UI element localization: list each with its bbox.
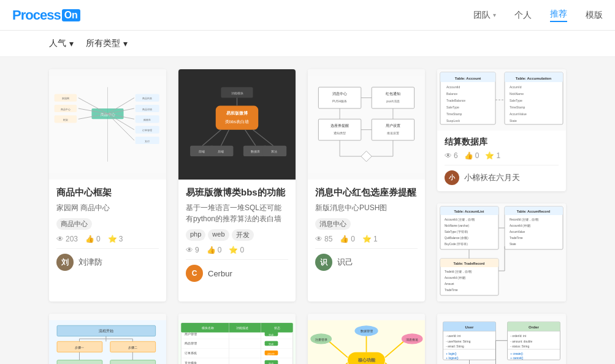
card-stats-1: 👁 203 👍 0 ⭐ 3 bbox=[56, 235, 159, 243]
star-icon: ⭐ bbox=[485, 151, 494, 160]
svg-text:Amount: Amount bbox=[445, 282, 454, 286]
card-title-1: 商品中心框架 bbox=[56, 187, 159, 199]
svg-text:TradeTime: TradeTime bbox=[445, 289, 458, 292]
svg-text:核心功能: 核心功能 bbox=[357, 357, 376, 363]
eye-icon: 👁 bbox=[315, 235, 323, 243]
svg-text:商品管理: 商品管理 bbox=[185, 341, 197, 345]
popularity-filter[interactable]: 人气 ▾ bbox=[49, 38, 74, 49]
logo[interactable]: ProcessOn bbox=[12, 7, 80, 23]
nav-team[interactable]: 团队 ▾ bbox=[473, 10, 496, 21]
card-subtitle-3: 新版消息中心PUSH图 bbox=[315, 202, 418, 213]
views-count: 85 bbox=[324, 235, 332, 243]
nav-recommend-label: 推荐 bbox=[550, 9, 567, 20]
svg-rect-51 bbox=[372, 87, 414, 108]
likes-count: 0 bbox=[475, 151, 479, 160]
svg-text:模块名称: 模块名称 bbox=[202, 326, 214, 330]
svg-text:前端: 前端 bbox=[199, 150, 205, 153]
likes-stat: 👍 0 bbox=[464, 151, 479, 160]
svg-text:Table: Accumulation: Table: Accumulation bbox=[516, 77, 552, 80]
svg-text:注册登录: 注册登录 bbox=[315, 338, 327, 341]
card-thumb-2: 易班版微博 类bbs表白墙 前端 后端 数据库 算法 bbox=[178, 69, 296, 180]
views-count: 6 bbox=[454, 151, 458, 160]
svg-text:TimeStamp: TimeStamp bbox=[510, 105, 525, 109]
card-row2-3[interactable]: 核心功能 注册登录 数据管理 消息推送 bbox=[308, 314, 425, 364]
card-row2-4[interactable]: User - userId: int - userName: String - … bbox=[437, 314, 566, 364]
filter-bar: 人气 ▾ 所有类型 ▾ bbox=[0, 31, 615, 57]
author-name-2: Cerbur bbox=[208, 269, 232, 278]
svg-text:TradeBalance: TradeBalance bbox=[446, 99, 465, 102]
svg-text:+ create(): + create() bbox=[510, 352, 523, 355]
card-bbs[interactable]: 易班版微博 类bbs表白墙 前端 后端 数据库 算法 bbox=[178, 69, 296, 301]
svg-text:支付模块: 支付模块 bbox=[185, 361, 197, 364]
svg-text:类bbs表白墙: 类bbs表白墙 bbox=[225, 119, 249, 124]
views-stat: 👁 85 bbox=[315, 235, 332, 243]
svg-text:商品列表: 商品列表 bbox=[142, 97, 152, 100]
author-name-3: 识己 bbox=[337, 257, 353, 268]
chevron-down-icon: ▾ bbox=[493, 12, 496, 18]
card-row2-1[interactable]: 流程开始 步骤一 步骤二 处理A bbox=[49, 314, 166, 364]
card-tags-2: php web 开发 bbox=[186, 229, 288, 241]
header: ProcessOn 团队 ▾ 个人 推荐 模版 bbox=[0, 0, 615, 31]
author-name-1: 刘津防 bbox=[78, 257, 102, 268]
cards-grid: 商品中心 商品列表 商品详情 购物车 订单管理 支付 bbox=[49, 69, 566, 364]
svg-text:进行中: 进行中 bbox=[267, 352, 275, 355]
views-stat: 👁 203 bbox=[56, 235, 78, 243]
card-4-bottom[interactable]: Table: AccountList AccountId (主键，自增) Nic… bbox=[437, 203, 566, 301]
nav-recommend[interactable]: 推荐 bbox=[550, 9, 567, 22]
tag-item: 商品中心 bbox=[56, 218, 92, 230]
card-thumb-row2-3: 核心功能 注册登录 数据管理 消息推送 bbox=[308, 314, 425, 364]
svg-text:功能描述: 功能描述 bbox=[236, 326, 248, 330]
svg-text:- userName: String: - userName: String bbox=[446, 340, 470, 343]
type-label: 所有类型 bbox=[86, 38, 120, 49]
column-4: Table: Account AccountId Balance TradeBa… bbox=[437, 69, 566, 301]
type-filter[interactable]: 所有类型 ▾ bbox=[86, 38, 128, 49]
nav-template[interactable]: 模版 bbox=[586, 10, 603, 21]
svg-text:AccountId: AccountId bbox=[446, 85, 460, 89]
svg-rect-131 bbox=[110, 360, 156, 364]
nav-personal[interactable]: 个人 bbox=[514, 10, 532, 21]
star-icon: ⭐ bbox=[229, 246, 238, 254]
tag-dev: 开发 bbox=[232, 229, 254, 241]
stars-stat: ⭐ 1 bbox=[485, 151, 500, 160]
likes-count: 0 bbox=[96, 235, 101, 243]
card-tags-1: 商品中心 bbox=[56, 218, 159, 230]
avatar-2: C bbox=[186, 265, 203, 282]
tag-web: web bbox=[208, 229, 229, 241]
svg-text:AccountId (外键): AccountId (外键) bbox=[510, 224, 531, 227]
likes-stat: 👍 0 bbox=[207, 246, 222, 254]
stars-count: 1 bbox=[373, 235, 378, 243]
tag-msg: 消息中心 bbox=[315, 218, 351, 230]
like-icon: 👍 bbox=[85, 235, 94, 243]
chevron-down-icon: ▾ bbox=[69, 39, 74, 48]
card-thumb-4-top: Table: Account AccountId Balance TradeBa… bbox=[437, 69, 566, 131]
svg-text:- status: String: - status: String bbox=[510, 345, 529, 348]
card-body-4-top: 结算数据库 👁 6 👍 0 ⭐ 1 bbox=[437, 131, 566, 191]
card-tags-3: 消息中心 bbox=[315, 218, 418, 230]
like-icon: 👍 bbox=[340, 235, 349, 243]
avatar-4-top: 小 bbox=[445, 170, 459, 185]
svg-text:AccumValue: AccumValue bbox=[510, 230, 525, 233]
svg-rect-54 bbox=[318, 119, 361, 140]
svg-text:SaleType: SaleType bbox=[446, 105, 459, 109]
svg-text:流程开始: 流程开始 bbox=[99, 329, 113, 333]
card-body-3: 消息中心红包选座券提醒 新版消息中心PUSH图 消息中心 👁 85 👍 0 bbox=[308, 180, 425, 278]
eye-icon: 👁 bbox=[56, 235, 64, 243]
nav-template-label: 模版 bbox=[586, 10, 603, 21]
card-row2-2[interactable]: 模块名称 功能描述 状态 用户管 bbox=[178, 314, 296, 364]
card-stats-3: 👁 85 👍 0 ⭐ 1 bbox=[315, 235, 418, 243]
card-message-center[interactable]: 消息中心 PUSH服务 红包通知 push消息 选座券提醒 通知类型 用户设置 … bbox=[308, 69, 425, 301]
svg-text:后端: 后端 bbox=[218, 150, 224, 153]
card-author-4-top: 小 小棉袄在六月天 bbox=[445, 165, 559, 185]
svg-text:Balance: Balance bbox=[446, 92, 457, 96]
svg-text:Table: Account: Table: Account bbox=[455, 77, 481, 80]
card-body-1: 商品中心框架 家园网 商品中心 商品中心 👁 203 👍 0 ⭐ bbox=[49, 180, 166, 278]
card-settlement-db[interactable]: Table: Account AccountId Balance TradeBa… bbox=[437, 69, 566, 191]
svg-text:AccountId (主键，自增): AccountId (主键，自增) bbox=[445, 218, 475, 221]
svg-text:功能模块: 功能模块 bbox=[231, 91, 243, 95]
svg-text:Table: AccumRecord: Table: AccumRecord bbox=[517, 210, 550, 213]
svg-text:AccumValue: AccumValue bbox=[510, 112, 527, 116]
svg-text:数据管理: 数据管理 bbox=[361, 330, 373, 333]
svg-text:SuspLock: SuspLock bbox=[446, 119, 460, 123]
card-desc-2: 基于一堆语言一堆SQL还可能有python的推荐算法的表白墙 bbox=[186, 202, 288, 224]
card-product-center[interactable]: 商品中心 商品列表 商品详情 购物车 订单管理 支付 bbox=[49, 69, 166, 301]
